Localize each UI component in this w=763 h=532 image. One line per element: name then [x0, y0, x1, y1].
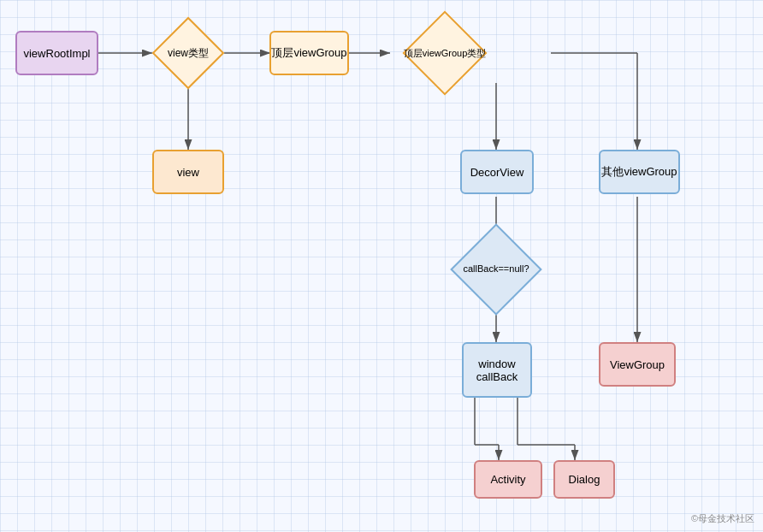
- node-viewtype-diamond: view类型: [152, 23, 224, 83]
- node-activity: Activity: [474, 460, 542, 499]
- node-topviewgrouptype-diamond: 顶层viewGroup类型: [389, 19, 500, 87]
- watermark: ©母金技术社区: [691, 512, 754, 525]
- flowchart-canvas: viewRootImpl view类型 view 顶层viewGroup 顶层v…: [0, 0, 763, 532]
- node-viewgroup-pink: ViewGroup: [599, 342, 676, 387]
- node-decorview: DecorView: [460, 150, 534, 194]
- node-viewrootimpl: viewRootImpl: [15, 31, 98, 75]
- node-view: view: [152, 150, 224, 194]
- node-window-callback: window callBack: [462, 342, 532, 398]
- node-callback-diamond: callBack==null?: [447, 227, 545, 312]
- arrows-svg: [0, 0, 763, 532]
- node-other-viewgroup: 其他viewGroup: [599, 150, 680, 194]
- node-top-viewgroup: 顶层viewGroup: [269, 31, 349, 75]
- node-dialog: Dialog: [553, 460, 615, 499]
